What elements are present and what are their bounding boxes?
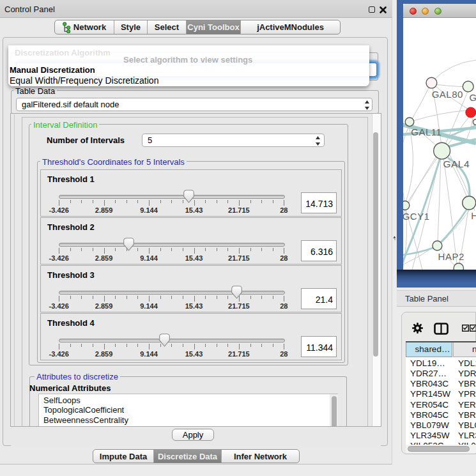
svg-text:GAL80: GAL80: [432, 89, 463, 100]
svg-text:HAP2: HAP2: [438, 251, 464, 262]
svg-text:GAL4: GAL4: [443, 158, 470, 169]
svg-text:GCY1: GCY1: [403, 211, 430, 222]
svg-text:H: H: [471, 210, 476, 221]
svg-text:GA: GA: [470, 92, 476, 103]
svg-text:C: C: [472, 116, 476, 127]
svg-text:GAL11: GAL11: [411, 127, 441, 137]
